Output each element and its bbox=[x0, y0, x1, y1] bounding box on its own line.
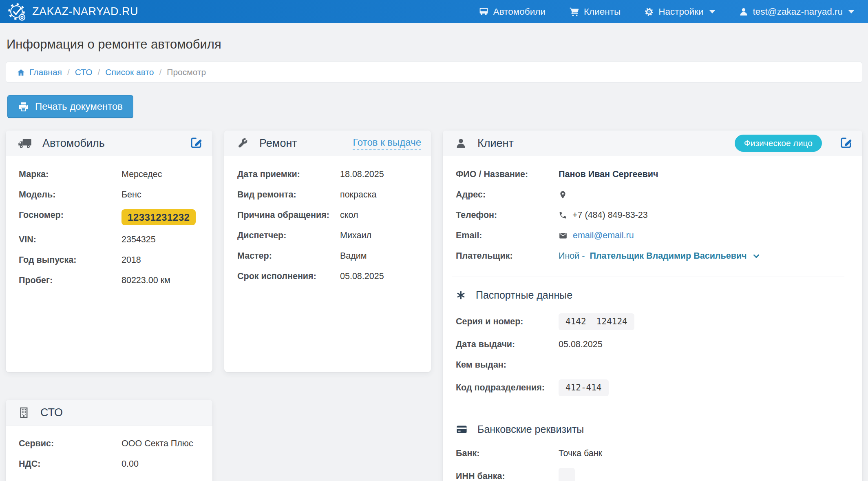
card-auto-body: Марка: Мерседес Модель: Бенс Госномер: 1… bbox=[6, 156, 212, 305]
nav-item-label: test@zakaz-naryad.ru bbox=[753, 7, 843, 17]
edit-auto-button[interactable] bbox=[190, 136, 203, 150]
field-phone: Телефон: +7 (484) 849-83-23 bbox=[443, 209, 853, 221]
edit-icon bbox=[190, 136, 203, 149]
email-link[interactable]: email@email.ru bbox=[573, 230, 634, 242]
breadcrumb-car-list-link[interactable]: Список авто bbox=[105, 67, 154, 77]
caret-down-icon bbox=[848, 10, 854, 13]
card-auto: Автомобиль Марка: Мерседес Модель bbox=[6, 131, 212, 372]
breadcrumb-item: СТО bbox=[75, 67, 93, 77]
bank-inn-box bbox=[559, 468, 575, 481]
payer-name: Плательщик Владимир Васильевич bbox=[590, 250, 747, 262]
gear-icon bbox=[644, 7, 654, 17]
license-plate-badge: 12331231232 bbox=[121, 209, 196, 225]
field-dispatcher: Диспетчер: Михаил bbox=[224, 230, 422, 242]
breadcrumb-sto-link[interactable]: СТО bbox=[75, 67, 93, 77]
field-passport-issued-by: Кем выдан: bbox=[452, 359, 844, 371]
passport-section-title: Паспортные данные bbox=[476, 289, 572, 301]
bus-icon bbox=[479, 7, 489, 17]
chevron-down-icon bbox=[752, 252, 761, 261]
edit-icon bbox=[840, 136, 853, 149]
field-master: Мастер: Вадим bbox=[224, 250, 422, 262]
map-marker-icon bbox=[559, 191, 567, 199]
column-left: Автомобиль Марка: Мерседес Модель bbox=[6, 131, 212, 481]
field-vin: VIN: 2354325 bbox=[6, 234, 203, 246]
nav-menu: Автомобили Клиенты bbox=[479, 7, 861, 17]
field-address: Адрес: bbox=[443, 189, 853, 201]
card-sto-header: СТО bbox=[6, 400, 212, 426]
nav-item-cars[interactable]: Автомобили bbox=[479, 7, 546, 17]
field-year: Год выпуска: 2018 bbox=[6, 254, 203, 266]
bank-section: Банковские реквизиты Банк: Точка банк ИН… bbox=[452, 411, 844, 481]
page-title: Информация о ремонте автомобиля bbox=[7, 37, 861, 52]
card-repair: Ремонт Готов к выдаче Дата приемки: 18.0… bbox=[224, 131, 431, 372]
nav-item-label: Автомобили bbox=[493, 7, 546, 17]
breadcrumb-item: Главная bbox=[29, 67, 62, 77]
card-auto-title: Автомобиль bbox=[42, 137, 105, 150]
brand-logo[interactable]: ZAKAZ-NARYAD.RU bbox=[7, 2, 138, 22]
card-client-body: ФИО / Название: Панов Иван Сергеевич Адр… bbox=[443, 156, 862, 481]
field-passport-number: Серия и номер: 4142 124124 bbox=[452, 313, 844, 330]
field-email: Email: email@email.ru bbox=[443, 230, 853, 242]
card-repair-title: Ремонт bbox=[259, 137, 297, 150]
nav-item-label: Клиенты bbox=[584, 7, 621, 17]
phone-value: +7 (484) 849-83-23 bbox=[572, 209, 648, 221]
field-payer: Плательщик: Иной - Плательщик Владимир В… bbox=[443, 250, 853, 262]
home-icon bbox=[17, 68, 25, 77]
field-repair-type: Вид ремонта: покраска bbox=[224, 189, 422, 201]
field-client-name: ФИО / Название: Панов Иван Сергеевич bbox=[443, 168, 853, 180]
print-documents-button[interactable]: Печать документов bbox=[7, 95, 133, 118]
nav-item-account[interactable]: test@zakaz-naryad.ru bbox=[739, 7, 854, 17]
card-repair-body: Дата приемки: 18.08.2025 Вид ремонта: по… bbox=[224, 156, 431, 301]
card-client: Клиент Физическое лицо ФИО / Название: П… bbox=[443, 131, 862, 481]
payer-selector[interactable]: Иной - Плательщик Владимир Васильевич bbox=[559, 250, 761, 262]
passport-section-header: Паспортные данные bbox=[456, 289, 844, 301]
column-middle: Ремонт Готов к выдаче Дата приемки: 18.0… bbox=[224, 131, 431, 372]
phone-icon bbox=[559, 211, 567, 219]
field-passport-unit-code: Код подразделения: 412-414 bbox=[452, 379, 844, 396]
card-client-header: Клиент Физическое лицо bbox=[443, 131, 862, 156]
truck-icon bbox=[18, 138, 32, 149]
field-service: Сервис: ООО Секта Плюс bbox=[6, 438, 203, 450]
passport-section: Паспортные данные Серия и номер: 4142 12… bbox=[452, 277, 844, 396]
caret-down-icon bbox=[709, 10, 715, 13]
bank-section-header: Банковские реквизиты bbox=[456, 423, 844, 435]
passport-number-box: 4142 124124 bbox=[559, 313, 634, 330]
breadcrumb: Главная / СТО / Список авто / Просмотр bbox=[6, 62, 862, 83]
field-vat: НДС: 0.00 bbox=[6, 458, 203, 470]
unit-code-box: 412-414 bbox=[559, 379, 609, 396]
client-type-badge: Физическое лицо bbox=[735, 135, 822, 152]
bank-section-title: Банковские реквизиты bbox=[477, 423, 584, 435]
printer-icon bbox=[18, 101, 29, 112]
payer-prefix: Иной - bbox=[559, 250, 585, 262]
gear-check-logo-icon bbox=[7, 2, 27, 22]
card-client-title: Клиент bbox=[477, 137, 514, 150]
breadcrumb-current: Просмотр bbox=[167, 67, 206, 77]
field-model: Модель: Бенс bbox=[6, 189, 203, 201]
top-navbar: ZAKAZ-NARYAD.RU Автомобили bbox=[0, 0, 868, 23]
edit-client-button[interactable] bbox=[840, 136, 853, 150]
field-reason: Причина обращения: скол bbox=[224, 209, 422, 221]
field-brand: Марка: Мерседес bbox=[6, 168, 203, 180]
building-icon bbox=[18, 407, 30, 419]
field-mileage: Пробег: 80223.00 км bbox=[6, 275, 203, 286]
field-passport-issue-date: Дата выдачи: 05.08.2025 bbox=[452, 339, 844, 350]
nav-item-label: Настройки bbox=[658, 7, 703, 17]
nav-item-settings[interactable]: Настройки bbox=[644, 7, 715, 17]
breadcrumb-separator: / bbox=[67, 67, 70, 77]
field-intake-date: Дата приемки: 18.08.2025 bbox=[224, 168, 422, 180]
card-sto-body: Сервис: ООО Секта Плюс НДС: 0.00 bbox=[6, 426, 212, 481]
field-bank-name: Банк: Точка банк bbox=[452, 448, 844, 459]
nav-item-clients[interactable]: Клиенты bbox=[569, 7, 621, 17]
field-plate-number: Госномер: 12331231232 bbox=[6, 209, 203, 225]
print-button-label: Печать документов bbox=[35, 101, 123, 112]
breadcrumb-separator: / bbox=[159, 67, 161, 77]
cart-icon bbox=[569, 7, 579, 17]
repair-status-link[interactable]: Готов к выдаче bbox=[353, 137, 421, 150]
field-deadline: Срок исполнения: 05.08.2025 bbox=[224, 270, 422, 282]
breadcrumb-home-link[interactable]: Главная bbox=[17, 67, 62, 77]
asterisk-icon bbox=[456, 290, 466, 300]
wrench-icon bbox=[236, 137, 249, 149]
breadcrumb-item: Список авто bbox=[105, 67, 154, 77]
column-right: Клиент Физическое лицо ФИО / Название: П… bbox=[443, 131, 862, 481]
card-sto: СТО Сервис: ООО Секта Плюс НДС: 0.00 bbox=[6, 400, 212, 481]
